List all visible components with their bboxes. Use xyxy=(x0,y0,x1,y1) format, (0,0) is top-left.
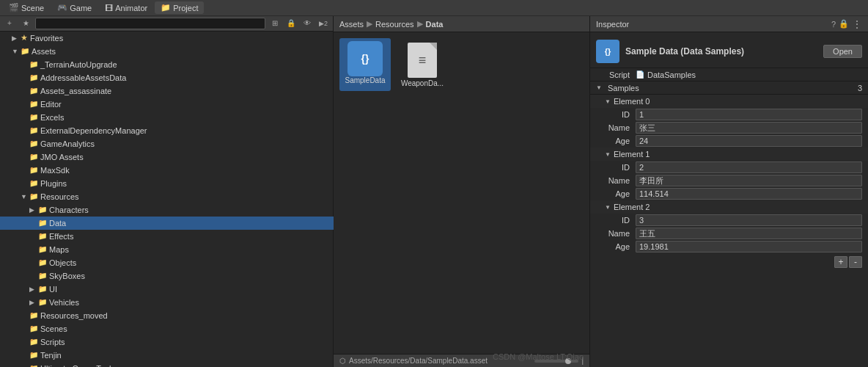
field-value-age0[interactable] xyxy=(636,135,862,147)
breadcrumb-resources[interactable]: Resources xyxy=(375,20,414,29)
tree-item-objects[interactable]: 📁 Objects xyxy=(0,256,334,269)
folder-icon: 📁 xyxy=(29,166,38,174)
eye-button[interactable]: 👁 xyxy=(301,17,314,30)
script-label: Script xyxy=(596,70,633,79)
menu-scene[interactable]: 🎬 Scene xyxy=(3,1,50,14)
tree-item-plugins[interactable]: 📁 Plugins xyxy=(0,177,334,190)
element-2-id-row: ID xyxy=(590,214,868,227)
status-path: Assets/Resources/Data/SampleData.asset xyxy=(349,357,488,365)
field-label-id1: ID xyxy=(596,163,633,172)
tree-item-scripts[interactable]: 📁 Scripts xyxy=(0,335,334,349)
tree-item-scenes[interactable]: 📁 Scenes xyxy=(0,322,334,335)
folder-icon: 📁 xyxy=(29,60,38,68)
folder-icon: 📁 xyxy=(29,100,38,108)
element-1-arrow: ▼ xyxy=(605,151,611,158)
tree-item-maxsdk[interactable]: 📁 MaxSdk xyxy=(0,164,334,177)
watermark: CSDN @Maltose LT:Qiao xyxy=(493,352,584,361)
tree-item-resources[interactable]: ▼ 📁 Resources xyxy=(0,190,334,203)
tree-item-data[interactable]: 📁 Data xyxy=(0,217,334,230)
element-1-label: Element 1 xyxy=(614,150,650,159)
menu-game[interactable]: 🎮 Game xyxy=(51,1,98,14)
scene-icon: 🎬 xyxy=(9,3,19,12)
folder-icon: 📁 xyxy=(29,113,38,121)
element-1-age-row: Age xyxy=(590,187,868,200)
folder-icon: 📁 xyxy=(29,324,38,333)
inspector-help-icon[interactable]: ? xyxy=(831,20,836,29)
asset-sampledata[interactable]: {} SampleData xyxy=(339,38,391,91)
tree-item-tenjin[interactable]: 📁 Tenjin xyxy=(0,349,334,362)
tree-item-gameanalytics[interactable]: 📁 GameAnalytics xyxy=(0,137,334,150)
inspector-lock-icon[interactable]: 🔒 xyxy=(839,19,849,29)
element-2-header[interactable]: ▼ Element 2 xyxy=(590,200,868,214)
project-tree: ▶ ★ Favorites ▼ 📁 Assets 📁 _TerrainAutoU… xyxy=(0,32,334,367)
folder-icon: 📁 xyxy=(29,139,38,148)
tree-item-ultimate[interactable]: 📁 Ultimate Game Tools xyxy=(0,362,334,367)
field-value-id1[interactable] xyxy=(636,161,862,173)
add-button[interactable]: + xyxy=(3,17,16,30)
layout-button[interactable]: ⊞ xyxy=(268,17,282,30)
field-value-id0[interactable] xyxy=(636,109,862,120)
inspector-menu-icon[interactable]: ⋮ xyxy=(852,18,862,30)
main-area: + ★ ⊞ 🔒 👁 ▶2 ▶ ★ Favorites ▼ 📁 Assets xyxy=(0,16,868,367)
tree-item-skyboxes[interactable]: 📁 SkyBoxes xyxy=(0,269,334,283)
tree-item-terrain[interactable]: 📁 _TerrainAutoUpgrade xyxy=(0,58,334,71)
field-value-id2[interactable] xyxy=(636,214,862,226)
tree-item-excels[interactable]: 📁 Excels xyxy=(0,111,334,124)
element-0-id-row: ID xyxy=(590,108,868,121)
folder-icon: 📁 xyxy=(29,192,38,200)
tree-item-effects[interactable]: 📁 Effects xyxy=(0,230,334,243)
folder-icon: 📁 xyxy=(38,206,47,214)
element-2-name-row: Name xyxy=(590,227,868,240)
samples-header[interactable]: ▼ Samples 3 xyxy=(590,81,868,95)
folder-icon: 📁 xyxy=(38,272,47,280)
open-button[interactable]: Open xyxy=(823,45,862,58)
asset-label-sampledata: SampleData xyxy=(345,76,385,85)
right-area: Assets ▶ Resources ▶ Data {} SampleData xyxy=(334,16,589,367)
field-value-age1[interactable] xyxy=(636,188,862,200)
inspector-title: Inspector xyxy=(596,20,828,29)
badge-button[interactable]: ▶2 xyxy=(317,17,330,30)
tree-item-jmo[interactable]: 📁 JMO Assets xyxy=(0,150,334,164)
tree-item-ui[interactable]: ▶ 📁 UI xyxy=(0,283,334,296)
remove-element-button[interactable]: - xyxy=(849,256,862,268)
field-value-name1[interactable] xyxy=(636,175,862,186)
folder-icon: 📁 xyxy=(29,126,38,134)
menu-project[interactable]: 📁 Project xyxy=(155,1,204,14)
breadcrumb-assets[interactable]: Assets xyxy=(339,20,364,29)
scriptableobject-icon: {} xyxy=(347,41,383,76)
menu-animator[interactable]: 🎞 Animator xyxy=(99,2,153,14)
favorites-arrow: ▶ xyxy=(12,34,19,42)
breadcrumb-data[interactable]: Data xyxy=(426,20,444,29)
inspector-panel: Inspector ? 🔒 ⋮ {} Sample Data (Data Sam… xyxy=(589,16,868,367)
assets-root[interactable]: ▼ 📁 Assets xyxy=(0,45,334,58)
breadcrumb-sep2: ▶ xyxy=(417,19,423,29)
element-0-age-row: Age xyxy=(590,134,868,148)
tree-item-characters[interactable]: ▶ 📁 Characters xyxy=(0,203,334,217)
script-row: Script 📄 DataSamples xyxy=(590,68,868,81)
favorites-header[interactable]: ▶ ★ Favorites xyxy=(0,32,334,45)
assets-arrow: ▼ xyxy=(12,48,19,55)
star-button[interactable]: ★ xyxy=(19,17,32,30)
field-value-name2[interactable] xyxy=(636,228,862,239)
folder-icon: 📁 xyxy=(38,258,47,266)
element-0-header[interactable]: ▼ Element 0 xyxy=(590,95,868,108)
folder-icon: 📁 xyxy=(38,298,47,306)
lock-button[interactable]: 🔒 xyxy=(284,17,298,30)
add-element-button[interactable]: + xyxy=(834,256,847,268)
object-icon: {} xyxy=(596,40,619,63)
tree-item-maps[interactable]: 📁 Maps xyxy=(0,243,334,256)
tree-item-addressable[interactable]: 📁 AddressableAssetsData xyxy=(0,71,334,84)
field-label-name0: Name xyxy=(596,123,633,132)
search-input[interactable] xyxy=(35,18,265,29)
asset-weapondata[interactable]: ≡ WeaponDa... xyxy=(397,38,448,91)
tree-item-vehicles[interactable]: ▶ 📁 Vehicles xyxy=(0,296,334,309)
object-name: Sample Data (Data Samples) xyxy=(625,46,744,57)
field-value-age2[interactable] xyxy=(636,241,862,252)
tree-item-external[interactable]: 📁 ExternalDependencyManager xyxy=(0,124,334,137)
element-1-header[interactable]: ▼ Element 1 xyxy=(590,148,868,161)
tree-item-assassinate[interactable]: 📁 Assets_assassinate xyxy=(0,84,334,98)
field-value-name0[interactable] xyxy=(636,122,862,134)
tree-item-resources-moved[interactable]: 📁 Resources_moved xyxy=(0,309,334,322)
tree-item-editor[interactable]: 📁 Editor xyxy=(0,98,334,111)
project-toolbar: + ★ ⊞ 🔒 👁 ▶2 xyxy=(0,16,333,32)
